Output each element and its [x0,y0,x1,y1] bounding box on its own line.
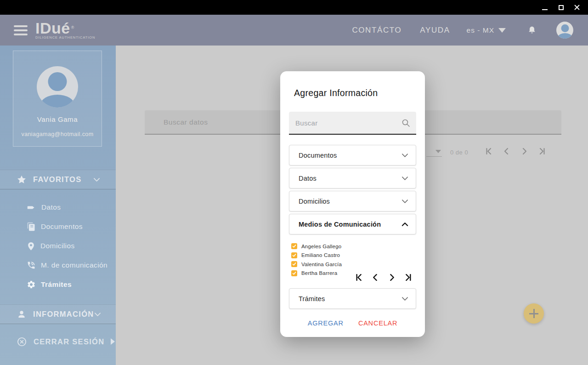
window-close-button[interactable] [573,4,581,11]
first-page-button[interactable] [485,147,494,156]
minimize-icon [542,9,548,10]
last-page-button[interactable] [537,147,547,156]
avatar-head [561,24,569,32]
window-maximize-button[interactable] [557,4,565,11]
dialog-title: Agregar Información [294,88,378,98]
x-circle-icon [17,336,27,347]
accordion-label: Datos [299,175,317,182]
accordion-medios-comunicacion[interactable]: Medios de Comunicación [289,214,416,234]
checklist-label: Bertha Barrera [301,270,337,276]
bell-icon [527,25,537,35]
accordion-documentos[interactable]: Documentos [289,145,416,165]
checkbox-checked-icon[interactable] [291,252,297,258]
next-page-button[interactable] [387,273,396,282]
logo-text: IDué [35,21,70,35]
previous-page-button[interactable] [371,273,380,282]
window-titlebar [0,0,588,15]
chevron-down-icon [94,312,101,317]
section-label: FAVORITOS [33,175,82,184]
accordion-label: Domicilios [299,198,330,205]
person-icon [17,309,27,319]
app-logo: IDué ® DILIGENCE AUTHENTICATION [35,21,95,40]
page-count-label: 0 de 0 [450,149,468,156]
user-avatar[interactable] [556,22,573,39]
logout-button[interactable]: CERRAR SESIÓN [0,332,116,351]
sidebar-item-label: M. de comunicación [41,261,107,269]
phone-icon [27,261,36,270]
tag-icon [27,203,36,212]
sidebar-section-favoritos[interactable]: FAVORITOS [0,170,116,189]
favorites-items: Datos Documentos Domicilios M. de comuni… [0,198,116,294]
checkbox-checked-icon[interactable] [291,261,297,267]
agregar-button[interactable]: AGREGAR [308,319,344,327]
dialog-search-input[interactable] [289,112,416,134]
sidebar-section-informacion[interactable]: INFORMACIÓN [0,304,116,324]
gear-icon [27,280,36,289]
next-page-button[interactable] [520,147,529,156]
nav-ayuda[interactable]: AYUDA [420,26,450,35]
header-nav: CONTÁCTO AYUDA es - MX [334,22,573,39]
accordion-label: Medios de Comunicación [299,221,381,228]
checklist-item[interactable]: Emiliano Castro [291,251,342,260]
sidebar-item-label: Trámites [41,280,72,289]
sidebar-item-label: Datos [41,203,61,211]
window-controls [541,0,581,15]
window-minimize-button[interactable] [541,4,548,11]
accordion-domicilios[interactable]: Domicilios [289,191,416,211]
dialog-search-bar [289,112,416,135]
app-window: IDué ® DILIGENCE AUTHENTICATION CONTÁCTO… [0,0,588,365]
cancelar-button[interactable]: CANCELAR [358,319,397,327]
sidebar-item-comunicacion[interactable]: M. de comunicación [0,256,116,275]
chevron-down-icon [93,177,100,182]
sidebar-item-datos[interactable]: Datos [0,198,116,217]
last-page-button[interactable] [403,273,412,282]
add-fab-button[interactable] [524,303,544,324]
sidebar-item-label: Domicilios [40,242,75,250]
language-value: es - MX [467,26,494,34]
accordion-label: Documentos [299,152,337,159]
checkbox-checked-icon[interactable] [291,270,297,276]
avatar-shoulders [40,95,74,108]
accordion-list: Documentos Datos Domicilios Medios de Co… [289,145,416,237]
profile-email: vaniagamag@hotmail.com [13,131,102,137]
profile-avatar [37,66,78,108]
first-page-button[interactable] [355,273,364,282]
maximize-icon [559,5,564,10]
checklist-label: Angeles Gallego [301,244,341,249]
checklist-item[interactable]: Valentina García [291,260,342,269]
plus-icon [533,309,535,318]
page-size-select[interactable] [426,147,442,157]
nav-contacto[interactable]: CONTÁCTO [352,26,401,35]
sidebar-item-label: Documentos [41,222,83,231]
documents-icon [27,222,36,231]
notifications-button[interactable] [527,25,537,35]
chevron-down-icon [401,153,408,158]
profile-card: Vania Gama vaniagamag@hotmail.com [13,51,102,147]
checkbox-checked-icon[interactable] [291,243,297,249]
accordion-label: Trámites [299,295,325,302]
background-pagination: 0 de 0 [426,146,548,159]
checklist-item[interactable]: Bertha Barrera [291,269,342,278]
previous-page-button[interactable] [503,147,512,156]
logout-label: CERRAR SESIÓN [34,337,104,346]
dialog-pagination [355,273,412,282]
add-info-dialog: Agregar Información Documentos Datos [280,71,425,337]
sidebar-item-domicilios[interactable]: Domicilios [0,236,116,256]
accordion-tramites[interactable]: Trámites [289,288,416,309]
star-icon [17,175,27,185]
chevron-down-icon [401,297,408,301]
language-selector[interactable]: es - MX [467,26,506,34]
communication-checklist: Angeles Gallego Emiliano Castro Valentin… [291,242,342,278]
section-label: INFORMACIÓN [33,310,94,319]
profile-name: Vania Gama [13,115,102,123]
accordion-datos[interactable]: Datos [289,168,416,188]
sidebar-item-documentos[interactable]: Documentos [0,217,116,236]
chevron-up-icon [401,222,408,227]
search-icon[interactable] [401,119,410,127]
sidebar-item-tramites[interactable]: Trámites [0,275,116,294]
menu-icon[interactable] [14,25,28,35]
sidebar: Vania Gama vaniagamag@hotmail.com FAVORI… [0,46,116,365]
accordion-tramites-wrap: Trámites [289,288,416,309]
caret-down-icon [435,150,441,153]
checklist-item[interactable]: Angeles Gallego [291,242,342,251]
